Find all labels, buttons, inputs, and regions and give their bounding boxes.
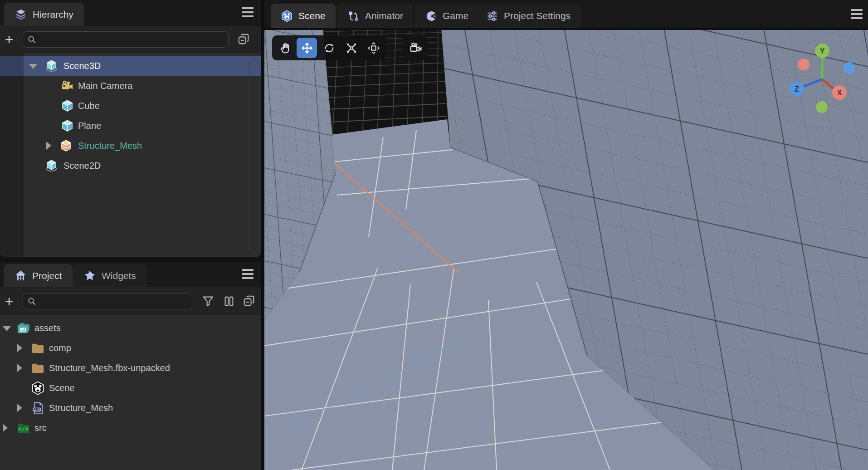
hierarchy-search-input[interactable] <box>37 31 203 48</box>
tree-row-assets[interactable]: assets <box>0 318 261 338</box>
expand-arrow-icon[interactable] <box>29 64 37 69</box>
tree-row-src[interactable]: </> src <box>0 418 261 438</box>
star-icon <box>83 269 96 282</box>
project-collapse-all-icon[interactable] <box>242 294 256 308</box>
gizmo-camera-button[interactable] <box>405 38 425 58</box>
gizmo-neg-x-ball[interactable] <box>798 59 809 70</box>
project-toolbar: + <box>0 287 261 315</box>
scale-icon <box>345 42 358 54</box>
move-icon <box>301 42 313 54</box>
tab-animator[interactable]: Animator <box>337 4 413 28</box>
sliders-icon <box>486 10 498 22</box>
hierarchy-toolbar: + <box>0 26 261 53</box>
gizmo-neg-y-ball[interactable] <box>816 101 828 113</box>
filter-icon[interactable] <box>201 294 215 308</box>
animator-icon <box>347 10 360 22</box>
search-icon <box>27 34 37 44</box>
tab-widgets[interactable]: Widgets <box>73 264 147 287</box>
cube-icon <box>60 119 74 133</box>
tab-widgets-label: Widgets <box>102 270 136 281</box>
pan-hand-tool-button[interactable] <box>274 38 295 58</box>
expand-arrow-icon[interactable] <box>46 142 51 150</box>
tree-row-structure-mesh[interactable]: Structure_Mesh <box>0 136 261 156</box>
search-icon <box>27 296 37 306</box>
scene-viewport[interactable]: Y X Z <box>264 28 868 470</box>
project-search[interactable] <box>23 293 192 309</box>
tab-project-settings-label: Project Settings <box>504 10 571 21</box>
prefab-cube-icon <box>59 139 73 153</box>
viewport-tabbar: Scene Animator Game <box>264 0 868 28</box>
expand-arrow-icon[interactable] <box>3 326 11 331</box>
hand-icon <box>278 42 291 54</box>
hierarchy-add-button[interactable]: + <box>0 32 18 47</box>
tree-row-structure-mesh-unpacked[interactable]: Structure_Mesh.fbx-unpacked <box>0 358 261 378</box>
tab-scene[interactable]: Scene <box>271 4 336 28</box>
tree-row-comp[interactable]: comp <box>0 338 261 358</box>
tab-game[interactable]: Game <box>415 4 478 28</box>
scene-cube-icon <box>44 159 59 173</box>
tree-row-scene-asset[interactable]: Scene <box>0 378 261 398</box>
tree-row-scene3d[interactable]: Scene3D <box>0 56 261 76</box>
tree-row-label: Scene <box>49 383 75 393</box>
scene-hex-icon <box>31 381 45 395</box>
hierarchy-tabbar: Hierarchy <box>0 0 261 26</box>
scale-tool-button[interactable] <box>341 38 361 58</box>
tab-animator-label: Animator <box>365 10 403 21</box>
project-add-button[interactable]: + <box>0 294 18 308</box>
svg-text:FBX: FBX <box>34 407 40 411</box>
tab-project[interactable]: Project <box>4 264 73 287</box>
rotate-tool-button[interactable] <box>319 38 339 58</box>
expand-arrow-icon[interactable] <box>17 364 22 372</box>
tree-row-label: Structure_Mesh.fbx-unpacked <box>49 363 170 373</box>
expand-arrow-icon[interactable] <box>17 404 22 412</box>
project-tree: assets comp Structure_Mesh.fbx-unpacked <box>0 315 261 470</box>
tree-row-label: Plane <box>78 121 101 131</box>
cube-icon <box>60 99 74 113</box>
folder-icon <box>31 341 45 355</box>
hierarchy-collapse-all-icon[interactable] <box>237 33 250 46</box>
panel-divider[interactable] <box>0 257 261 262</box>
tree-row-cube[interactable]: Cube <box>0 96 261 116</box>
tree-row-label: Cube <box>78 101 100 111</box>
gizmo-neg-z-ball[interactable] <box>843 62 855 74</box>
tree-row-label: src <box>34 423 47 433</box>
expand-arrow-icon[interactable] <box>3 424 8 432</box>
rect-transform-tool-button[interactable] <box>363 38 384 58</box>
hierarchy-panel: Hierarchy + <box>0 0 261 257</box>
rect-transform-icon <box>367 42 380 54</box>
tab-project-settings[interactable]: Project Settings <box>476 4 580 28</box>
project-menu-icon[interactable] <box>242 269 254 279</box>
hierarchy-menu-icon[interactable] <box>242 7 254 17</box>
fbx-file-icon: FBX <box>31 401 45 415</box>
layers-icon <box>15 8 27 21</box>
gizmo-y-label: Y <box>820 47 825 55</box>
video-camera-icon <box>409 41 422 55</box>
transform-toolbar <box>272 35 386 60</box>
expand-arrow-icon[interactable] <box>17 344 22 352</box>
columns-view-icon[interactable] <box>222 294 236 308</box>
tab-hierarchy[interactable]: Hierarchy <box>4 3 84 26</box>
editor-window: Hierarchy + <box>0 0 868 470</box>
project-panel: Project Widgets + <box>0 262 261 470</box>
vertical-divider[interactable] <box>261 0 264 470</box>
tree-row-plane[interactable]: Plane <box>0 116 261 136</box>
svg-text:</>: </> <box>18 426 29 433</box>
hierarchy-scrollbar[interactable] <box>249 59 259 253</box>
tree-row-main-camera[interactable]: Main Camera <box>0 76 261 96</box>
project-search-input[interactable] <box>37 293 174 309</box>
scene-cube-icon <box>44 59 59 73</box>
tree-row-label: Scene3D <box>63 61 101 71</box>
tree-row-structure-mesh-fbx[interactable]: FBX Structure_Mesh <box>0 398 261 418</box>
tab-game-label: Game <box>443 10 468 21</box>
tree-row-label: assets <box>34 323 61 333</box>
game-icon <box>425 10 437 22</box>
camera-toolbar <box>403 35 428 60</box>
move-tool-button[interactable] <box>297 38 317 58</box>
tree-row-scene2d[interactable]: Scene2D <box>0 156 261 176</box>
assets-folder-icon <box>16 321 30 335</box>
hierarchy-search[interactable] <box>23 31 229 48</box>
project-tabbar: Project Widgets <box>0 262 261 287</box>
tree-row-label: Structure_Mesh <box>78 141 142 151</box>
viewport-menu-icon[interactable] <box>851 9 863 19</box>
scene-render: Y X Z <box>264 28 868 470</box>
